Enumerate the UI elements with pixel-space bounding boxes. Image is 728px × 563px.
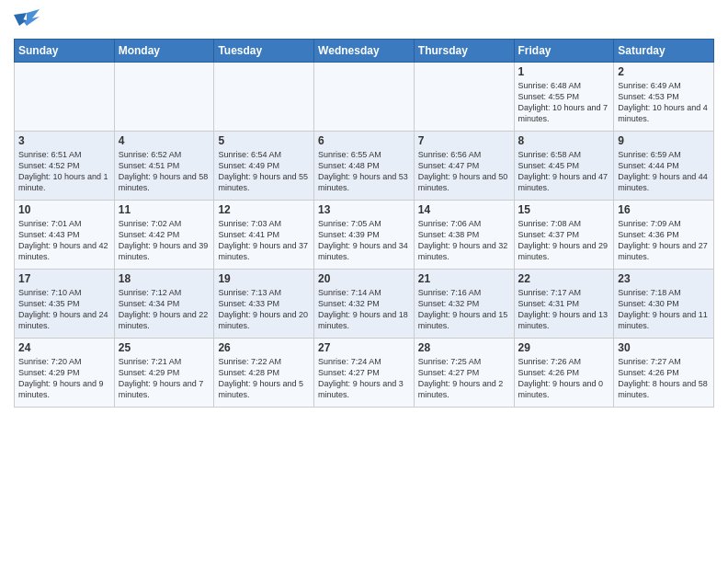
day-info: Sunrise: 7:16 AM Sunset: 4:32 PM Dayligh… bbox=[418, 287, 510, 332]
calendar-cell: 1Sunrise: 6:48 AM Sunset: 4:55 PM Daylig… bbox=[514, 63, 614, 132]
day-info: Sunrise: 7:10 AM Sunset: 4:35 PM Dayligh… bbox=[18, 287, 110, 332]
calendar-week: 10Sunrise: 7:01 AM Sunset: 4:43 PM Dayli… bbox=[15, 201, 714, 270]
calendar-cell: 27Sunrise: 7:24 AM Sunset: 4:27 PM Dayli… bbox=[314, 339, 415, 408]
calendar-cell bbox=[314, 63, 415, 132]
day-info: Sunrise: 6:56 AM Sunset: 4:47 PM Dayligh… bbox=[418, 149, 510, 194]
day-number: 4 bbox=[119, 134, 210, 147]
svg-marker-1 bbox=[14, 13, 27, 26]
calendar-cell: 13Sunrise: 7:05 AM Sunset: 4:39 PM Dayli… bbox=[314, 201, 415, 270]
day-info: Sunrise: 6:55 AM Sunset: 4:48 PM Dayligh… bbox=[318, 149, 410, 194]
calendar-week: 1Sunrise: 6:48 AM Sunset: 4:55 PM Daylig… bbox=[15, 63, 714, 132]
day-number: 5 bbox=[218, 134, 310, 147]
calendar-cell: 8Sunrise: 6:58 AM Sunset: 4:45 PM Daylig… bbox=[514, 132, 614, 201]
day-number: 3 bbox=[18, 134, 110, 147]
calendar-cell: 15Sunrise: 7:08 AM Sunset: 4:37 PM Dayli… bbox=[514, 201, 614, 270]
day-info: Sunrise: 7:27 AM Sunset: 4:26 PM Dayligh… bbox=[618, 356, 710, 401]
day-info: Sunrise: 7:05 AM Sunset: 4:39 PM Dayligh… bbox=[318, 218, 410, 263]
calendar-cell: 22Sunrise: 7:17 AM Sunset: 4:31 PM Dayli… bbox=[514, 270, 614, 339]
weekday-header: Sunday bbox=[15, 40, 115, 63]
day-number: 1 bbox=[518, 65, 610, 78]
day-number: 20 bbox=[318, 272, 410, 285]
day-number: 9 bbox=[618, 134, 710, 147]
calendar-cell: 12Sunrise: 7:03 AM Sunset: 4:41 PM Dayli… bbox=[214, 201, 314, 270]
day-info: Sunrise: 7:20 AM Sunset: 4:29 PM Dayligh… bbox=[18, 356, 110, 401]
day-number: 25 bbox=[119, 341, 210, 354]
calendar-cell: 4Sunrise: 6:52 AM Sunset: 4:51 PM Daylig… bbox=[114, 132, 214, 201]
day-info: Sunrise: 6:58 AM Sunset: 4:45 PM Dayligh… bbox=[518, 149, 610, 194]
day-number: 24 bbox=[18, 341, 110, 354]
day-info: Sunrise: 6:51 AM Sunset: 4:52 PM Dayligh… bbox=[18, 149, 110, 194]
day-info: Sunrise: 7:25 AM Sunset: 4:27 PM Dayligh… bbox=[418, 356, 510, 401]
weekday-header: Tuesday bbox=[214, 40, 314, 63]
day-info: Sunrise: 6:48 AM Sunset: 4:55 PM Dayligh… bbox=[518, 80, 610, 125]
day-info: Sunrise: 6:54 AM Sunset: 4:49 PM Dayligh… bbox=[218, 149, 310, 194]
day-info: Sunrise: 7:01 AM Sunset: 4:43 PM Dayligh… bbox=[18, 218, 110, 263]
day-number: 16 bbox=[618, 203, 710, 216]
calendar-cell: 6Sunrise: 6:55 AM Sunset: 4:48 PM Daylig… bbox=[314, 132, 415, 201]
day-info: Sunrise: 7:26 AM Sunset: 4:26 PM Dayligh… bbox=[518, 356, 610, 401]
day-number: 13 bbox=[318, 203, 410, 216]
calendar-cell: 11Sunrise: 7:02 AM Sunset: 4:42 PM Dayli… bbox=[114, 201, 214, 270]
calendar-cell: 29Sunrise: 7:26 AM Sunset: 4:26 PM Dayli… bbox=[514, 339, 614, 408]
calendar-week: 3Sunrise: 6:51 AM Sunset: 4:52 PM Daylig… bbox=[15, 132, 714, 201]
day-info: Sunrise: 7:21 AM Sunset: 4:29 PM Dayligh… bbox=[119, 356, 210, 401]
calendar-cell: 25Sunrise: 7:21 AM Sunset: 4:29 PM Dayli… bbox=[114, 339, 214, 408]
day-info: Sunrise: 7:24 AM Sunset: 4:27 PM Dayligh… bbox=[318, 356, 410, 401]
calendar-cell: 24Sunrise: 7:20 AM Sunset: 4:29 PM Dayli… bbox=[15, 339, 115, 408]
calendar-cell: 9Sunrise: 6:59 AM Sunset: 4:44 PM Daylig… bbox=[614, 132, 714, 201]
calendar-cell bbox=[114, 63, 214, 132]
day-number: 18 bbox=[119, 272, 210, 285]
calendar-cell: 21Sunrise: 7:16 AM Sunset: 4:32 PM Dayli… bbox=[414, 270, 514, 339]
day-info: Sunrise: 7:22 AM Sunset: 4:28 PM Dayligh… bbox=[218, 356, 310, 401]
day-number: 14 bbox=[418, 203, 510, 216]
day-info: Sunrise: 7:03 AM Sunset: 4:41 PM Dayligh… bbox=[218, 218, 310, 263]
calendar-cell: 26Sunrise: 7:22 AM Sunset: 4:28 PM Dayli… bbox=[214, 339, 314, 408]
logo bbox=[14, 9, 41, 31]
calendar-cell: 5Sunrise: 6:54 AM Sunset: 4:49 PM Daylig… bbox=[214, 132, 314, 201]
calendar-cell bbox=[15, 63, 115, 132]
day-number: 6 bbox=[318, 134, 410, 147]
day-number: 23 bbox=[618, 272, 710, 285]
day-info: Sunrise: 7:14 AM Sunset: 4:32 PM Dayligh… bbox=[318, 287, 410, 332]
calendar-cell: 18Sunrise: 7:12 AM Sunset: 4:34 PM Dayli… bbox=[114, 270, 214, 339]
calendar-header: SundayMondayTuesdayWednesdayThursdayFrid… bbox=[15, 40, 714, 63]
day-number: 30 bbox=[618, 341, 710, 354]
calendar-week: 17Sunrise: 7:10 AM Sunset: 4:35 PM Dayli… bbox=[15, 270, 714, 339]
day-number: 17 bbox=[18, 272, 110, 285]
calendar-cell: 10Sunrise: 7:01 AM Sunset: 4:43 PM Dayli… bbox=[15, 201, 115, 270]
day-info: Sunrise: 7:09 AM Sunset: 4:36 PM Dayligh… bbox=[618, 218, 710, 263]
day-info: Sunrise: 6:59 AM Sunset: 4:44 PM Dayligh… bbox=[618, 149, 710, 194]
day-number: 27 bbox=[318, 341, 410, 354]
calendar-table: SundayMondayTuesdayWednesdayThursdayFrid… bbox=[14, 39, 714, 408]
calendar-cell: 2Sunrise: 6:49 AM Sunset: 4:53 PM Daylig… bbox=[614, 63, 714, 132]
day-number: 7 bbox=[418, 134, 510, 147]
day-info: Sunrise: 6:49 AM Sunset: 4:53 PM Dayligh… bbox=[618, 80, 710, 125]
weekday-header: Wednesday bbox=[314, 40, 415, 63]
calendar-cell: 20Sunrise: 7:14 AM Sunset: 4:32 PM Dayli… bbox=[314, 270, 415, 339]
day-info: Sunrise: 6:52 AM Sunset: 4:51 PM Dayligh… bbox=[119, 149, 210, 194]
day-number: 26 bbox=[218, 341, 310, 354]
day-info: Sunrise: 7:17 AM Sunset: 4:31 PM Dayligh… bbox=[518, 287, 610, 332]
day-number: 8 bbox=[518, 134, 610, 147]
calendar-cell: 7Sunrise: 6:56 AM Sunset: 4:47 PM Daylig… bbox=[414, 132, 514, 201]
calendar-cell: 3Sunrise: 6:51 AM Sunset: 4:52 PM Daylig… bbox=[15, 132, 115, 201]
day-number: 22 bbox=[518, 272, 610, 285]
day-info: Sunrise: 7:08 AM Sunset: 4:37 PM Dayligh… bbox=[518, 218, 610, 263]
day-number: 29 bbox=[518, 341, 610, 354]
day-number: 19 bbox=[218, 272, 310, 285]
day-info: Sunrise: 7:13 AM Sunset: 4:33 PM Dayligh… bbox=[218, 287, 310, 332]
calendar-cell bbox=[214, 63, 314, 132]
day-number: 11 bbox=[119, 203, 210, 216]
day-number: 15 bbox=[518, 203, 610, 216]
day-info: Sunrise: 7:02 AM Sunset: 4:42 PM Dayligh… bbox=[119, 218, 210, 263]
calendar-week: 24Sunrise: 7:20 AM Sunset: 4:29 PM Dayli… bbox=[15, 339, 714, 408]
weekday-header: Saturday bbox=[614, 40, 714, 63]
day-number: 21 bbox=[418, 272, 510, 285]
day-number: 12 bbox=[218, 203, 310, 216]
calendar-cell: 14Sunrise: 7:06 AM Sunset: 4:38 PM Dayli… bbox=[414, 201, 514, 270]
calendar-body: 1Sunrise: 6:48 AM Sunset: 4:55 PM Daylig… bbox=[15, 63, 714, 408]
day-number: 10 bbox=[18, 203, 110, 216]
calendar-cell: 19Sunrise: 7:13 AM Sunset: 4:33 PM Dayli… bbox=[214, 270, 314, 339]
weekday-header: Monday bbox=[114, 40, 214, 63]
calendar-cell: 17Sunrise: 7:10 AM Sunset: 4:35 PM Dayli… bbox=[15, 270, 115, 339]
